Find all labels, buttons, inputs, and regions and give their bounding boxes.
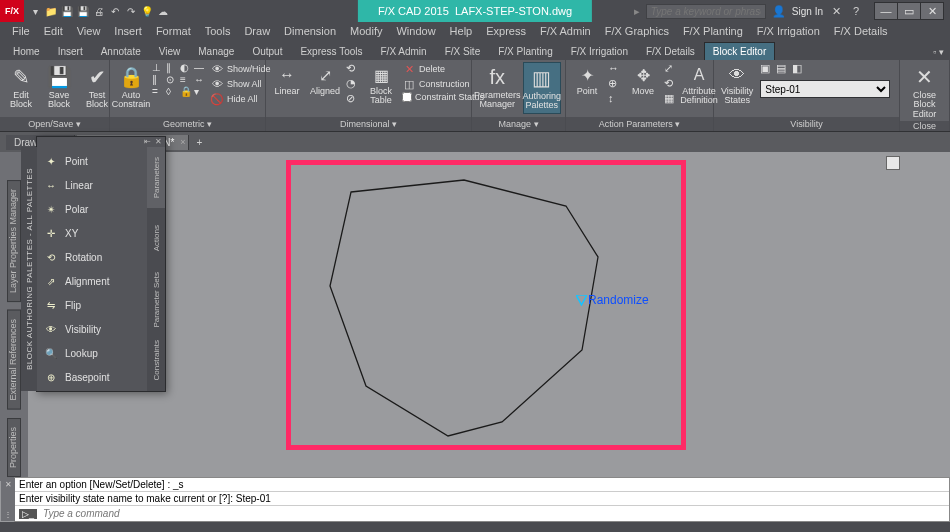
collapsed-panel-tab[interactable]: External References — [7, 310, 21, 410]
palette-item[interactable]: ⇗Alignment — [37, 269, 147, 293]
attribute-def-button[interactable]: AAttributeDefinition — [682, 62, 716, 108]
ribbon-tab[interactable]: View — [150, 42, 190, 60]
palette-title-bar[interactable]: BLOCK AUTHORING PALETTES - ALL PALETTES — [21, 147, 37, 391]
ribbon-tab[interactable]: F/X Irrigation — [562, 42, 637, 60]
show-all-button[interactable]: 👁Show All — [210, 77, 271, 91]
ribbon-group-label[interactable]: Visibility — [714, 117, 899, 131]
block-table-button[interactable]: ▦BlockTable — [364, 62, 398, 108]
palette-tab[interactable]: Parameter Sets — [147, 269, 165, 330]
collapsed-panel-tab[interactable]: Layer Properties Manager — [7, 180, 21, 302]
linear-button[interactable]: ↔Linear — [270, 62, 304, 98]
palette-item[interactable]: ⇋Flip — [37, 293, 147, 317]
signin-icon[interactable]: 👤 — [772, 4, 786, 18]
palette-tab[interactable]: Actions — [147, 208, 165, 269]
menu-item[interactable]: Edit — [38, 24, 69, 38]
palette-tab[interactable]: Constraints — [147, 330, 165, 391]
palette-item[interactable]: ✴Polar — [37, 197, 147, 221]
parameters-manager-button[interactable]: fxParametersManager — [476, 62, 519, 112]
ribbon-group-label[interactable]: Action Parameters ▾ — [566, 117, 713, 131]
menu-item[interactable]: F/X Planting — [677, 24, 749, 38]
command-input[interactable] — [41, 507, 945, 520]
hide-all-button[interactable]: 🚫Hide All — [210, 92, 271, 106]
command-line[interactable]: ✕⋮ Enter an option [New/Set/Delete] : _s… — [14, 477, 950, 522]
new-icon[interactable]: ▾ — [28, 4, 42, 18]
redo-icon[interactable]: ↷ — [124, 4, 138, 18]
menu-item[interactable]: Modify — [344, 24, 388, 38]
bulb-icon[interactable]: 💡 — [140, 4, 154, 18]
menu-item[interactable]: File — [6, 24, 36, 38]
ribbon-tab[interactable]: F/X Admin — [372, 42, 436, 60]
menu-item[interactable]: F/X Irrigation — [751, 24, 826, 38]
move-action-button[interactable]: ✥Move — [626, 62, 660, 98]
palette-item[interactable]: ⊕Basepoint — [37, 365, 147, 389]
palette-tab[interactable]: Parameters — [147, 147, 165, 208]
palette-close-icon[interactable]: ✕ — [155, 137, 162, 147]
menu-item[interactable]: Help — [444, 24, 479, 38]
help-icon[interactable]: ? — [849, 4, 863, 18]
ribbon-tab[interactable]: Express Tools — [291, 42, 371, 60]
menu-item[interactable]: View — [71, 24, 107, 38]
signin-label[interactable]: Sign In — [792, 6, 823, 17]
quick-access-toolbar: ▾ 📁 💾 💾 🖨 ↶ ↷ 💡 ☁ — [24, 0, 174, 22]
ribbon-group-label[interactable]: Manage ▾ — [472, 117, 565, 131]
palette-item[interactable]: 👁Visibility — [37, 317, 147, 341]
menu-item[interactable]: F/X Graphics — [599, 24, 675, 38]
authoring-palettes-button[interactable]: ▥AuthoringPalettes — [523, 62, 561, 114]
cloud-icon[interactable]: ☁ — [156, 4, 170, 18]
ribbon-tab[interactable]: F/X Planting — [489, 42, 561, 60]
saveas-icon[interactable]: 💾 — [76, 4, 90, 18]
palette-item[interactable]: 🔍Lookup — [37, 341, 147, 365]
palette-item[interactable]: ⟲Rotation — [37, 245, 147, 269]
aligned-button[interactable]: ⤢Aligned — [308, 62, 342, 98]
save-block-button[interactable]: 💾SaveBlock — [42, 62, 76, 112]
menu-item[interactable]: Window — [390, 24, 441, 38]
ribbon-tab[interactable]: Output — [243, 42, 291, 60]
menu-item[interactable]: Format — [150, 24, 197, 38]
ribbon-tab[interactable]: Home — [4, 42, 49, 60]
maximize-button[interactable]: ▭ — [897, 2, 921, 20]
help-search-input[interactable] — [646, 4, 766, 19]
collapsed-panel-tab[interactable]: Properties — [7, 418, 21, 477]
ribbon-group-label[interactable]: Close — [900, 121, 949, 131]
visibility-grip[interactable]: Randomize — [576, 293, 649, 307]
ribbon-group-label[interactable]: Open/Save ▾ — [0, 117, 109, 131]
menu-item[interactable]: F/X Admin — [534, 24, 597, 38]
open-icon[interactable]: 📁 — [44, 4, 58, 18]
visibility-state-select[interactable]: Step-01 — [760, 80, 890, 98]
test-block-button[interactable]: ✔TestBlock — [80, 62, 114, 112]
plot-icon[interactable]: 🖨 — [92, 4, 106, 18]
ribbon-group-label[interactable]: Geometric ▾ — [110, 117, 265, 131]
palette-item[interactable]: ↔Linear — [37, 173, 147, 197]
menu-item[interactable]: Express — [480, 24, 532, 38]
close-block-editor-button[interactable]: ✕CloseBlock Editor — [904, 62, 945, 121]
ribbon-tab[interactable]: F/X Details — [637, 42, 704, 60]
palette-item[interactable]: ✦Point — [37, 149, 147, 173]
ribbon-tab[interactable]: Insert — [49, 42, 92, 60]
point-param-button[interactable]: ✦Point — [570, 62, 604, 98]
doc-tab-add[interactable]: + — [191, 135, 207, 149]
visibility-states-button[interactable]: 👁VisibilityStates — [718, 62, 756, 108]
edit-block-button[interactable]: ✎EditBlock — [4, 62, 38, 112]
block-authoring-palette[interactable]: BLOCK AUTHORING PALETTES - ALL PALETTES … — [36, 136, 166, 392]
undo-icon[interactable]: ↶ — [108, 4, 122, 18]
menu-item[interactable]: F/X Details — [828, 24, 894, 38]
ribbon-tab[interactable]: Block Editor — [704, 42, 775, 60]
menu-item[interactable]: Tools — [199, 24, 237, 38]
palette-item[interactable]: ✛XY — [37, 221, 147, 245]
palette-autohide-icon[interactable]: ⇤ — [144, 137, 151, 147]
ribbon-group-label[interactable]: Dimensional ▾ — [266, 117, 471, 131]
ribbon-tab[interactable]: Manage — [189, 42, 243, 60]
menu-item[interactable]: Dimension — [278, 24, 342, 38]
ribbon-tab[interactable]: Annotate — [92, 42, 150, 60]
show-hide-button[interactable]: 👁Show/Hide — [210, 62, 271, 76]
command-line-handle[interactable]: ✕⋮ — [1, 478, 15, 521]
menu-item[interactable]: Insert — [108, 24, 148, 38]
app-logo[interactable]: F/X — [0, 0, 24, 22]
save-icon[interactable]: 💾 — [60, 4, 74, 18]
close-window-button[interactable]: ✕ — [920, 2, 944, 20]
minimize-button[interactable]: — — [874, 2, 898, 20]
auto-constrain-button[interactable]: 🔒AutoConstrain — [114, 62, 148, 112]
menu-item[interactable]: Draw — [238, 24, 276, 38]
ribbon-tab[interactable]: F/X Site — [436, 42, 490, 60]
exchange-icon[interactable]: ✕ — [829, 4, 843, 18]
